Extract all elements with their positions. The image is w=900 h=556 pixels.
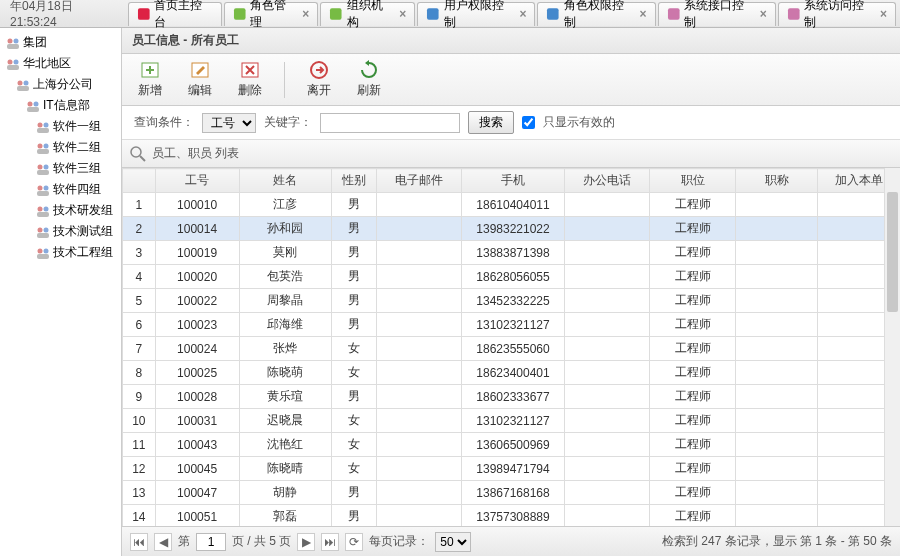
tree-node[interactable]: 上海分公司	[2, 74, 119, 95]
tree-node[interactable]: 华北地区	[2, 53, 119, 74]
next-page-button[interactable]: ▶	[297, 533, 315, 551]
panel-title: 员工信息 - 所有员工	[122, 28, 900, 54]
tab-close-icon[interactable]: ×	[640, 7, 647, 21]
vertical-scrollbar[interactable]	[884, 168, 900, 526]
tree-label: 软件四组	[53, 181, 101, 198]
svg-rect-30	[37, 191, 49, 196]
table-row[interactable]: 6100023邱海维男13102321127工程师	[123, 313, 900, 337]
pager-info: 检索到 247 条记录，显示 第 1 条 - 第 50 条	[662, 533, 892, 550]
tab-close-icon[interactable]: ×	[519, 7, 526, 21]
tree-node[interactable]: 技术工程组	[2, 242, 119, 263]
edit-button[interactable]: 编辑	[184, 58, 216, 101]
table-row[interactable]: 11100043沈艳红女13606500969工程师	[123, 433, 900, 457]
tree-node[interactable]: 软件一组	[2, 116, 119, 137]
tab-label: 系统接口控制	[684, 0, 754, 31]
cond-select[interactable]: 工号	[202, 113, 256, 133]
table-row[interactable]: 1100010江彦男18610404011工程师	[123, 193, 900, 217]
tab-icon	[546, 7, 560, 21]
svg-point-37	[38, 248, 43, 253]
tab-icon	[426, 7, 440, 21]
tree-node[interactable]: IT信息部	[2, 95, 119, 116]
page-size-select[interactable]: 50	[435, 532, 471, 552]
tab-3[interactable]: 用户权限控制×	[417, 2, 535, 26]
col-header[interactable]: 办公电话	[564, 169, 650, 193]
prev-page-button[interactable]: ◀	[154, 533, 172, 551]
tab-icon	[787, 7, 801, 21]
col-header[interactable]: 职称	[736, 169, 818, 193]
svg-rect-4	[547, 8, 559, 20]
table-row[interactable]: 5100022周黎晶男13452332225工程师	[123, 289, 900, 313]
tree-label: 集团	[23, 34, 47, 51]
tab-0[interactable]: 首页主控台	[128, 2, 222, 26]
svg-rect-15	[17, 86, 29, 91]
table-row[interactable]: 9100028黄乐瑄男18602333677工程师	[123, 385, 900, 409]
tab-icon	[137, 7, 151, 21]
table-row[interactable]: 4100020包英浩男18628056055工程师	[123, 265, 900, 289]
tab-close-icon[interactable]: ×	[880, 7, 887, 21]
cond-label: 查询条件：	[134, 114, 194, 131]
tab-label: 角色权限控制	[564, 0, 634, 31]
leave-button[interactable]: 离开	[303, 58, 335, 101]
table-row[interactable]: 12100045陈晓晴女13989471794工程师	[123, 457, 900, 481]
tab-4[interactable]: 角色权限控制×	[537, 2, 655, 26]
refresh-button[interactable]: 刷新	[353, 58, 385, 101]
col-header[interactable]: 姓名	[239, 169, 331, 193]
table-row[interactable]: 8100025陈晓萌女18623400401工程师	[123, 361, 900, 385]
delete-button[interactable]: 删除	[234, 58, 266, 101]
tree-node[interactable]: 集团	[2, 32, 119, 53]
col-header[interactable]: 职位	[650, 169, 736, 193]
col-header[interactable]: 工号	[155, 169, 239, 193]
tab-1[interactable]: 角色管理×	[224, 2, 319, 26]
search-button[interactable]: 搜索	[468, 111, 514, 134]
last-page-button[interactable]: ⏭	[321, 533, 339, 551]
search-icon	[130, 146, 146, 162]
tree-label: 技术工程组	[53, 244, 113, 261]
col-header[interactable]: 电子邮件	[376, 169, 462, 193]
org-icon	[36, 204, 50, 218]
svg-line-47	[140, 156, 145, 161]
tree-node[interactable]: 技术测试组	[2, 221, 119, 242]
tab-5[interactable]: 系统接口控制×	[658, 2, 776, 26]
table-row[interactable]: 3100019莫刚男13883871398工程师	[123, 241, 900, 265]
page-input[interactable]	[196, 533, 226, 551]
tab-close-icon[interactable]: ×	[302, 7, 309, 21]
org-icon	[26, 99, 40, 113]
tree-node[interactable]: 软件二组	[2, 137, 119, 158]
tab-2[interactable]: 组织机构×	[320, 2, 415, 26]
page-label-post: 页 / 共 5 页	[232, 533, 291, 550]
svg-point-8	[14, 38, 19, 43]
first-page-button[interactable]: ⏮	[130, 533, 148, 551]
table-row[interactable]: 7100024张烨女18623555060工程师	[123, 337, 900, 361]
table-row[interactable]: 14100051郭磊男13757308889工程师	[123, 505, 900, 527]
tab-close-icon[interactable]: ×	[760, 7, 767, 21]
delete-icon	[240, 60, 260, 80]
tree-node[interactable]: 技术研发组	[2, 200, 119, 221]
grid-container: 工号姓名性别电子邮件手机办公电话职位职称加入本单 1100010江彦男18610…	[122, 168, 900, 526]
svg-rect-24	[37, 149, 49, 154]
svg-rect-3	[427, 8, 439, 20]
table-row[interactable]: 13100047胡静男13867168168工程师	[123, 481, 900, 505]
svg-point-16	[28, 101, 33, 106]
tree-node[interactable]: 软件三组	[2, 158, 119, 179]
table-row[interactable]: 2100014孙和园男13983221022工程师	[123, 217, 900, 241]
tab-bar: 年04月18日 21:53:24 首页主控台角色管理×组织机构×用户权限控制×角…	[0, 0, 900, 28]
col-header[interactable]	[123, 169, 156, 193]
svg-rect-6	[788, 8, 800, 20]
svg-point-28	[38, 185, 43, 190]
svg-point-26	[44, 164, 49, 169]
valid-only-checkbox[interactable]	[522, 116, 535, 129]
tab-close-icon[interactable]: ×	[399, 7, 406, 21]
add-button[interactable]: 新增	[134, 58, 166, 101]
col-header[interactable]: 性别	[331, 169, 376, 193]
org-icon	[36, 183, 50, 197]
org-icon	[16, 78, 30, 92]
keyword-input[interactable]	[320, 113, 460, 133]
tree-node[interactable]: 软件四组	[2, 179, 119, 200]
tab-icon	[667, 7, 681, 21]
add-icon	[140, 60, 160, 80]
svg-point-22	[38, 143, 43, 148]
table-row[interactable]: 10100031迟晓晨女13102321127工程师	[123, 409, 900, 433]
tab-6[interactable]: 系统访问控制×	[778, 2, 896, 26]
col-header[interactable]: 手机	[462, 169, 564, 193]
pager-refresh-button[interactable]: ⟳	[345, 533, 363, 551]
